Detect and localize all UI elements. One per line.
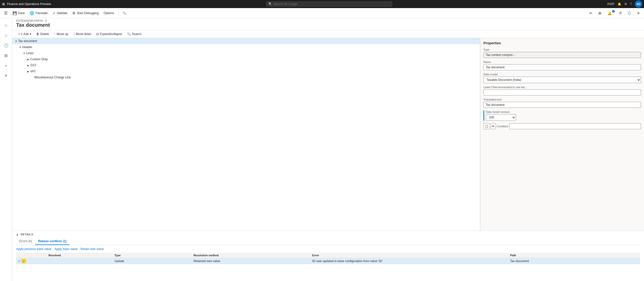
start-debugging-button[interactable]: ⚙ Start Debugging: [70, 10, 101, 16]
col-resolved: Resolved: [46, 253, 112, 258]
row-error: 92 was updated in base configuration fro…: [310, 258, 508, 264]
sidebar-item-recent[interactable]: 🕐: [2, 41, 11, 50]
sidebar-item-filter[interactable]: ⚬: [2, 61, 11, 70]
tree-toggle-vat[interactable]: ▶: [26, 69, 30, 73]
tree-item-tax-document[interactable]: ▼ Tax document: [12, 38, 480, 44]
tree-toggle-header[interactable]: ▼: [18, 45, 22, 49]
prop-name: Name: [483, 60, 641, 70]
col-path: Path: [508, 253, 640, 258]
tree-toggle-tax-document[interactable]: ▼: [14, 39, 18, 43]
tree-item-misc-charge[interactable]: ▶ Miscellaneous Charge Line: [12, 74, 480, 80]
checkbox-yellow[interactable]: ✓: [22, 259, 26, 263]
help-icon[interactable]: ?: [630, 2, 632, 6]
tree-toggle-custom-duty[interactable]: ▶: [26, 57, 30, 61]
page-title: Tax document: [16, 22, 640, 28]
tree-item-gst[interactable]: ▶ GST: [12, 62, 480, 68]
expand-collapse-button[interactable]: ⊟ Expand/collapse: [94, 31, 124, 37]
sidebar-item-home[interactable]: ⌂: [2, 21, 11, 30]
col-type: Type: [112, 253, 192, 258]
prop-label-label: Label (*Recommended to use lab...: [483, 86, 641, 89]
add-button[interactable]: + + Add ▾: [16, 31, 33, 37]
options-button[interactable]: Options: [102, 10, 116, 16]
notification-button[interactable]: 🔔1: [605, 10, 615, 16]
move-up-icon: ↑: [54, 32, 56, 36]
translate-icon: 🌐: [30, 11, 34, 15]
tree-item-vat[interactable]: ▶ VAT: [12, 68, 480, 74]
prop-type-input[interactable]: [483, 52, 641, 58]
page-header: EXTENSIONCONFIG : 3 Tax document: [12, 18, 644, 30]
row-checkbox-cell[interactable]: ✓ ✓: [16, 258, 46, 264]
search-icon: 🔍: [268, 2, 272, 6]
refresh-button[interactable]: ↺: [617, 10, 624, 16]
close-button[interactable]: ✕: [635, 10, 642, 16]
save-button[interactable]: 💾 Save: [11, 10, 27, 16]
apply-previous-base-value-link[interactable]: Apply previous base value: [16, 247, 51, 251]
app-title: Finance and Operations Preview: [7, 2, 51, 6]
details-section: ▲ DETAILS Errors (6) Rebase conflicts (1…: [12, 231, 644, 281]
move-down-button[interactable]: ↓ Move down: [71, 31, 93, 37]
validate-button[interactable]: ✓ Validate: [51, 10, 69, 16]
prop-data-model-version-select[interactable]: 100 99 98: [486, 114, 516, 121]
tab-rebase-conflicts[interactable]: Rebase conflicts (1): [35, 238, 70, 245]
avatar[interactable]: AD: [635, 1, 642, 8]
sidebar-item-workspaces[interactable]: ⊞: [2, 51, 11, 60]
design-mode-button[interactable]: ✏: [587, 10, 594, 16]
condition-edit-button[interactable]: ✏: [491, 123, 496, 129]
details-tabs: Errors (6) Rebase conflicts (1): [16, 238, 640, 245]
prop-name-input[interactable]: [483, 64, 641, 70]
delete-button[interactable]: 🗑 Delete: [34, 31, 51, 37]
prop-data-model-version-label: Data model version: [486, 110, 641, 113]
add-dropdown-icon: ▾: [30, 32, 31, 36]
retain-own-value-link[interactable]: Retain own value: [81, 247, 104, 251]
title-bar: ⊞ Finance and Operations Preview 🔍 INMF …: [0, 0, 644, 8]
tab-errors[interactable]: Errors (6): [16, 238, 35, 245]
tree-toggle-gst[interactable]: ▶: [26, 63, 30, 67]
sidebar-item-favorites[interactable]: ☆: [2, 31, 11, 40]
details-collapse-icon[interactable]: ▲: [16, 233, 19, 236]
prop-translated-text-input[interactable]: [483, 102, 641, 108]
user-code: INMF: [607, 2, 615, 6]
prop-type-label: Type: [483, 48, 641, 51]
sidebar-item-modules[interactable]: ≡: [2, 71, 11, 80]
expand-collapse-icon: ⊟: [96, 32, 99, 36]
move-up-button[interactable]: ↑ Move up: [52, 31, 70, 37]
prop-label-input[interactable]: [483, 89, 641, 96]
validate-icon: ✓: [53, 11, 56, 15]
prop-data-model-select-wrapper: Taxable Document (India) Taxable Documen…: [483, 77, 641, 83]
search-toolbar-icon: 🔍: [127, 32, 131, 36]
bell-icon[interactable]: 🔔: [618, 2, 621, 6]
tree-item-custom-duty[interactable]: ▶ Custom Duty: [12, 56, 480, 62]
search-bar[interactable]: 🔍: [266, 2, 392, 7]
title-bar-right: INMF 🔔 ⚙ ? AD: [607, 1, 642, 8]
tree-item-header[interactable]: ▼ Header: [12, 44, 480, 50]
tree-item-lines[interactable]: ▼ Lines: [12, 50, 480, 56]
content-area: EXTENSIONCONFIG : 3 Tax document + + Add…: [12, 18, 644, 281]
settings-icon[interactable]: ⚙: [624, 2, 627, 6]
conflicts-table: Resolved Type Resolution method Error Pa…: [16, 253, 640, 264]
toolbar: + + Add ▾ 🗑 Delete ↑ Move up ↓ Move down…: [12, 30, 644, 38]
col-check: [16, 253, 46, 258]
search-toolbar-button[interactable]: 🔍 Search: [125, 31, 143, 37]
row-resolution-method: Retained own value: [192, 258, 310, 264]
app-grid-icon[interactable]: ⊞: [2, 2, 5, 6]
tree-toggle-lines[interactable]: ▼: [22, 51, 26, 55]
translate-button[interactable]: 🌐 Translate: [28, 10, 50, 16]
prop-data-model-select[interactable]: Taxable Document (India) Taxable Documen…: [483, 77, 641, 83]
row-path: Tax document: [508, 258, 640, 264]
hamburger-menu[interactable]: ☰: [2, 10, 10, 16]
condition-label: Condition: [497, 125, 508, 128]
action-links: Apply previous base value Apply base val…: [16, 247, 640, 251]
condition-input[interactable]: [509, 123, 641, 129]
layout-button[interactable]: ⊞: [596, 10, 603, 16]
search-input[interactable]: [274, 2, 390, 6]
title-bar-left: ⊞ Finance and Operations Preview: [2, 2, 51, 6]
prop-label: Label (*Recommended to use lab...: [483, 86, 641, 96]
condition-copy-button[interactable]: 📋: [483, 123, 490, 129]
apply-base-value-link[interactable]: Apply base value: [54, 247, 77, 251]
search-command-button[interactable]: 🔍: [120, 10, 128, 16]
table-row[interactable]: ✓ ✓ Update Retained own value 92 was upd…: [16, 258, 640, 264]
search-command-icon: 🔍: [122, 11, 126, 15]
properties-title: Properties: [483, 41, 641, 45]
open-new-button[interactable]: ⬡: [626, 10, 633, 16]
prop-type: Type: [483, 48, 641, 58]
